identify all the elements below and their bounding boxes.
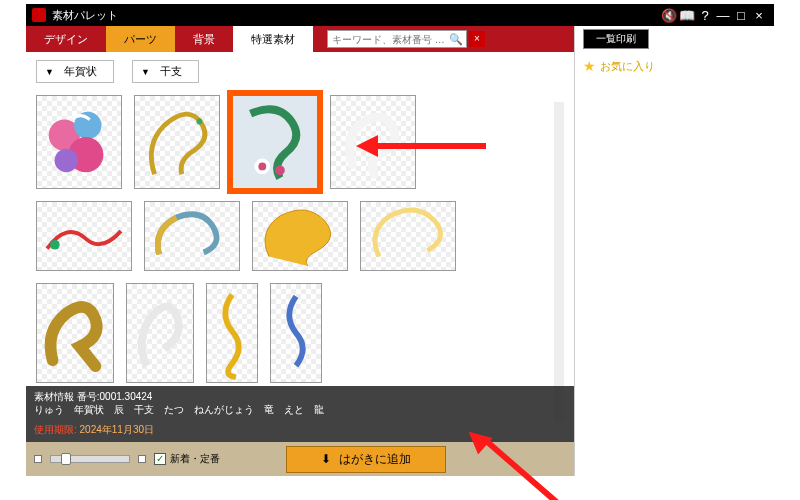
svg-point-7 (258, 163, 266, 171)
checkbox-icon: ✓ (154, 453, 166, 465)
close-button[interactable]: × (750, 8, 768, 23)
star-icon: ★ (583, 58, 596, 74)
mute-icon[interactable]: 🔇 (660, 8, 678, 23)
filters: ▼ 年賀状 ▼ 干支 (26, 52, 574, 91)
info-number: 0001.30424 (100, 391, 153, 402)
body: ▼ 年賀状 ▼ 干支 (26, 52, 774, 476)
info-tags: りゅう 年賀状 辰 干支 たつ ねんがじょう 竜 えと 龍 (34, 403, 566, 417)
thumb-10[interactable] (126, 283, 194, 383)
filter-zodiac-label: 干支 (160, 64, 182, 79)
tab-parts[interactable]: パーツ (106, 26, 175, 52)
maximize-button[interactable]: □ (732, 8, 750, 23)
svg-point-4 (197, 119, 203, 125)
thumb-3-selected[interactable] (232, 95, 318, 189)
thumb-8[interactable] (360, 201, 456, 271)
thumbnail-grid (26, 91, 516, 383)
svg-point-9 (50, 240, 60, 250)
titlebar: 素材パレット 🔇 📖 ? — □ × (26, 4, 774, 26)
zoom-out-icon[interactable] (34, 455, 42, 463)
chevron-down-icon: ▼ (45, 67, 54, 77)
favorites-panel: ★ お気に入り (574, 52, 774, 476)
thumb-12[interactable] (270, 283, 322, 383)
print-list-button[interactable]: 一覧印刷 (583, 29, 649, 49)
checkbox-label: 新着・定番 (170, 452, 220, 466)
zoom-slider[interactable] (50, 455, 130, 463)
filter-zodiac[interactable]: ▼ 干支 (132, 60, 199, 83)
thumb-9[interactable] (36, 283, 114, 383)
app-icon (32, 8, 46, 22)
material-palette-window: 素材パレット 🔇 📖 ? — □ × デザイン パーツ 背景 特選素材 🔍 × … (26, 4, 774, 476)
info-number-label: 素材情報 番号: (34, 391, 100, 402)
svg-point-8 (275, 165, 285, 175)
toolbar: デザイン パーツ 背景 特選素材 🔍 × 一覧印刷 (26, 26, 774, 52)
window-title: 素材パレット (52, 8, 118, 23)
thumb-4[interactable] (330, 95, 416, 189)
bottom-bar: ✓ 新着・定番 ⬇ はがきに追加 (26, 442, 574, 476)
info-expire-date: 2024年11月30日 (80, 424, 155, 435)
material-info-overlay: 素材情報 番号:0001.30424 りゅう 年賀状 辰 干支 たつ ねんがじょ… (26, 386, 574, 443)
minimize-button[interactable]: — (714, 8, 732, 23)
material-panel: ▼ 年賀状 ▼ 干支 (26, 52, 574, 476)
favorites-title: お気に入り (600, 59, 655, 74)
chevron-down-icon: ▼ (141, 67, 150, 77)
search-input[interactable] (327, 30, 467, 48)
thumb-5[interactable] (36, 201, 132, 271)
download-icon: ⬇ (321, 452, 331, 466)
thumb-2[interactable] (134, 95, 220, 189)
search-clear-button[interactable]: × (469, 31, 485, 47)
filter-category-label: 年賀状 (64, 64, 97, 79)
search-wrap: 🔍 × (327, 26, 485, 52)
filter-category[interactable]: ▼ 年賀状 (36, 60, 114, 83)
thumb-6[interactable] (144, 201, 240, 271)
thumb-1[interactable] (36, 95, 122, 189)
favorites-header: ★ お気に入り (583, 58, 766, 74)
thumb-7[interactable] (252, 201, 348, 271)
add-button-label: はがきに追加 (339, 451, 411, 468)
info-expire-label: 使用期限: (34, 424, 77, 435)
scrollbar[interactable] (554, 102, 564, 422)
help-icon[interactable]: ? (696, 8, 714, 23)
tab-design[interactable]: デザイン (26, 26, 106, 52)
new-standard-checkbox[interactable]: ✓ 新着・定番 (154, 452, 220, 466)
tab-special[interactable]: 特選素材 (233, 26, 313, 52)
thumb-11[interactable] (206, 283, 258, 383)
svg-point-3 (55, 149, 78, 172)
tab-background[interactable]: 背景 (175, 26, 233, 52)
slider-knob[interactable] (61, 453, 71, 465)
add-to-postcard-button[interactable]: ⬇ はがきに追加 (286, 446, 446, 473)
zoom-in-icon[interactable] (138, 455, 146, 463)
book-icon[interactable]: 📖 (678, 8, 696, 23)
